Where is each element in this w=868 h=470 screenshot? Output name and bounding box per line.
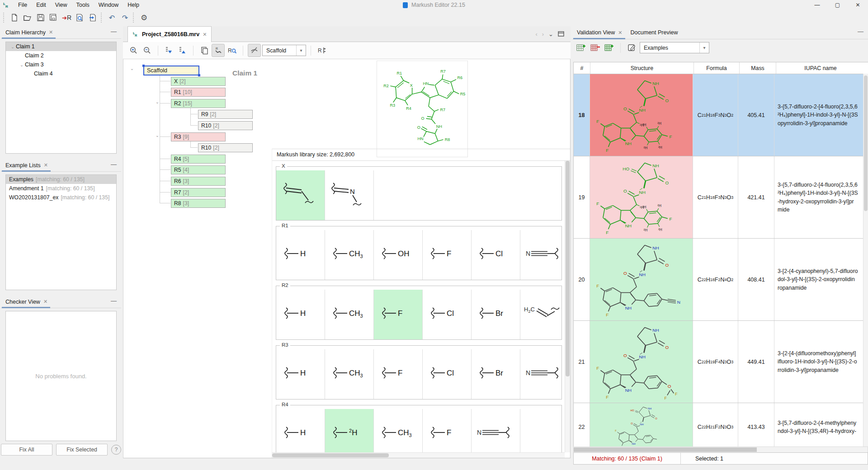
zoom-in-button[interactable] <box>127 44 140 56</box>
rgroup-fragment[interactable]: F <box>423 409 472 452</box>
example-list-item[interactable]: WO2020131807_ex[matching: 60 / 135] <box>6 193 116 202</box>
structure-thumbnail[interactable]: NHOHONHONHFFF²H²H²H²H²H <box>590 156 693 238</box>
preview-document-button[interactable] <box>74 12 86 24</box>
tab-document-preview[interactable]: Document Preview <box>626 26 682 39</box>
rgroup-fragment[interactable]: CH3 <box>325 290 374 339</box>
tree-node-r1[interactable]: R1[10] <box>171 88 226 97</box>
chevron-down-icon[interactable]: ⌄ <box>154 99 160 104</box>
menu-help[interactable]: Help <box>123 2 144 8</box>
col-header-num[interactable]: # <box>574 62 590 74</box>
rgroup-fragment[interactable]: CH3 <box>325 349 374 399</box>
scaffold-structure-canvas[interactable]: R1 R2 R3 R4 X HN R7 R6 R5 R7 O NH O HN <box>377 61 468 157</box>
help-button[interactable]: ? <box>111 445 121 455</box>
fix-all-button[interactable]: Fix All <box>1 444 52 456</box>
export-document-button[interactable] <box>87 12 99 24</box>
close-button[interactable]: ✕ <box>848 0 868 10</box>
open-project-button[interactable] <box>21 12 33 24</box>
tree-node-r9[interactable]: R9[2] <box>198 110 253 119</box>
scrollbar-thumb[interactable] <box>574 447 757 452</box>
table-vertical-scrollbar[interactable] <box>863 74 868 447</box>
claim-tree-item[interactable]: ⌄Claim 1 <box>6 42 116 51</box>
rgroup-fragment[interactable]: OH <box>374 230 423 280</box>
chevron-down-icon[interactable]: ⌄ <box>9 44 16 49</box>
close-icon[interactable]: ✕ <box>618 30 622 36</box>
col-header-mass[interactable]: Mass <box>740 62 776 74</box>
rgroup-query-button[interactable]: R <box>226 44 238 56</box>
panel-minimize-icon[interactable]: — <box>111 297 117 304</box>
menu-view[interactable]: View <box>51 2 72 8</box>
tab-example-lists[interactable]: Example Lists ✕ <box>1 159 52 171</box>
fix-selected-button[interactable]: Fix Selected <box>56 444 108 456</box>
rgroup-vertical-scrollbar[interactable] <box>565 161 570 452</box>
hide-rlabels-button[interactable] <box>248 44 261 57</box>
tree-node-r10[interactable]: R10[2] <box>198 143 253 152</box>
rgroup-fragment[interactable]: N <box>325 170 374 220</box>
tree-node-r3[interactable]: R3[9] <box>171 132 226 141</box>
menu-window[interactable]: Window <box>94 2 123 8</box>
tree-node-r8[interactable]: R8[3] <box>171 199 226 208</box>
close-icon[interactable]: ✕ <box>44 162 48 168</box>
scaffold-selector-combo[interactable]: Scaffold ▾ <box>262 45 306 56</box>
copy-structure-button[interactable] <box>198 44 210 56</box>
close-icon[interactable]: ✕ <box>43 299 47 305</box>
rgroup-fragment[interactable]: N <box>472 409 520 452</box>
rgroup-fragment[interactable]: F <box>374 349 423 399</box>
next-tab-icon[interactable]: › <box>542 31 544 38</box>
rgroup-fragment[interactable]: CH3 <box>325 230 374 280</box>
table-row[interactable]: 18NHONHONHFFF²H²H²H²H²HC21H18F3N3O2405.4… <box>574 74 868 156</box>
save-button[interactable] <box>34 12 47 24</box>
tree-node-x[interactable]: X[2] <box>171 77 226 86</box>
import-rgroup-button[interactable]: ➔R <box>61 12 73 24</box>
rgroup-fragment[interactable]: Cl <box>423 349 472 399</box>
rgroup-fragment[interactable]: N <box>520 230 565 280</box>
rgroup-fragment[interactable]: F <box>423 230 472 280</box>
table-row[interactable]: 19NHOHONHONHFFF²H²H²H²H²HC21H18F3N3O3421… <box>574 156 868 239</box>
rgroup-fragment[interactable]: H <box>276 349 325 399</box>
tab-panel-icon[interactable] <box>558 31 564 37</box>
undo-button[interactable]: ↶ <box>106 12 118 24</box>
maximize-button[interactable]: ▢ <box>827 0 848 10</box>
table-row[interactable]: 20NHONHONHFFNC22H18F2N4O2408.413-[2-(4-c… <box>574 239 868 321</box>
col-header-iupac[interactable]: IUPAC name <box>776 62 865 74</box>
rgroup-fragment[interactable]: H <box>276 290 325 339</box>
close-icon[interactable]: ✕ <box>203 32 207 38</box>
tree-node-r6[interactable]: R6[3] <box>171 177 226 186</box>
rgroup-fragment[interactable]: H2C <box>520 290 565 339</box>
rgroup-fragment-selected[interactable]: F <box>374 290 423 339</box>
table-horizontal-scrollbar[interactable] <box>573 446 868 453</box>
structure-thumbnail[interactable]: NHOHONHONHFF <box>590 403 693 447</box>
add-example-list-button[interactable] <box>575 42 587 54</box>
table-row[interactable]: 21NHONHONHFFOFFC22H19F4N3O3449.413-{2-[4… <box>574 321 868 403</box>
menu-file[interactable]: File <box>14 2 32 8</box>
col-header-formula[interactable]: Formula <box>694 62 740 74</box>
example-list-combo[interactable]: Examples ▾ <box>640 42 709 53</box>
close-icon[interactable]: ✕ <box>49 29 53 35</box>
settings-gear-icon[interactable]: ⚙ <box>138 12 150 24</box>
structure-thumbnail[interactable]: NHONHONHFFOFF <box>590 321 693 403</box>
rgroup-fragment-selected[interactable] <box>276 170 325 220</box>
structure-thumbnail[interactable]: NHONHONHFFF²H²H²H²H²H <box>590 74 693 156</box>
panel-minimize-icon[interactable]: — <box>858 28 863 35</box>
expand-all-button[interactable] <box>163 44 175 56</box>
save-all-button[interactable] <box>47 12 60 24</box>
tree-node-scaffold[interactable]: Scaffold <box>143 66 199 75</box>
chevron-down-icon[interactable]: ⌄ <box>154 133 160 138</box>
rgroup-fragment[interactable]: H <box>276 409 325 452</box>
redo-button[interactable]: ↷ <box>119 12 131 24</box>
claim-tree-item[interactable]: Claim 4 <box>6 69 116 78</box>
menu-edit[interactable]: Edit <box>32 2 51 8</box>
rgroup-fragment-selected[interactable]: 2H <box>325 409 374 452</box>
rgroup-fragment[interactable]: Br <box>472 349 520 399</box>
tab-checker-view[interactable]: Checker View ✕ <box>1 296 51 308</box>
claim-tree-item[interactable]: ⌄Claim 3 <box>6 60 116 69</box>
edit-rgroup-tool-button[interactable]: R <box>212 44 225 57</box>
zoom-out-button[interactable] <box>141 44 153 56</box>
edit-list-button[interactable] <box>626 42 638 54</box>
scrollbar-thumb[interactable] <box>272 453 389 457</box>
col-header-structure[interactable]: Structure <box>590 62 694 74</box>
menu-tools[interactable]: Tools <box>72 2 94 8</box>
rgroup-fragment[interactable]: Br <box>472 290 520 339</box>
tree-node-r2[interactable]: R2[15] <box>171 99 226 108</box>
tab-list-icon[interactable]: ⌄ <box>548 31 553 38</box>
tree-node-r7[interactable]: R7[2] <box>171 188 226 197</box>
